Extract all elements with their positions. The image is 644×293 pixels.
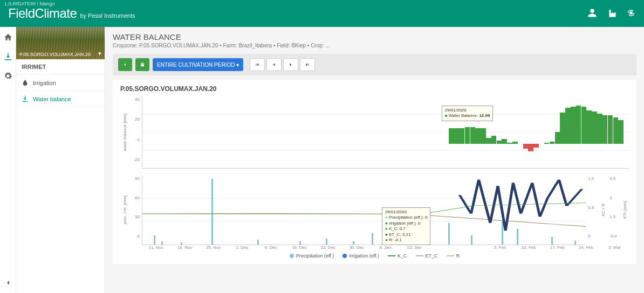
- y-top-label: water balance [mm]: [122, 114, 127, 151]
- gear-icon[interactable]: [2, 70, 14, 82]
- y-top-axis: 40200-20: [129, 96, 142, 169]
- broadcast-icon[interactable]: [626, 8, 636, 19]
- precip-etc-chart[interactable]: 29/01/2020 ● Precipitation (eff.): 0 ● I…: [142, 175, 586, 245]
- tooltip-water-balance: 29/01/2020 ■ Water Balance: 12.99: [442, 106, 494, 121]
- version-text: 1.0.##DATE## / Mango: [4, 1, 54, 6]
- chart-title: P.05.SORGO.VOLUMAX.JAN.20: [120, 85, 629, 93]
- sidebar-item-label: Irrigation: [33, 80, 56, 86]
- sidebar-section-title: IRRIMET: [16, 59, 105, 75]
- next-button[interactable]: [283, 58, 298, 71]
- chart-legend: Precipitation (eff.) Irrigation (eff.) K…: [120, 253, 629, 259]
- sidebar: P.05.SORGO.VOLUMAX.JAN.20 ▾ IRRIMET Irri…: [16, 27, 105, 293]
- main-content: WATER BALANCE Cropzone: P.05.SORGO.VOLUM…: [105, 27, 644, 293]
- y-bot-label: prec. / irr. [mm]: [122, 196, 127, 224]
- prev-button[interactable]: [266, 58, 282, 71]
- user-icon[interactable]: [587, 8, 597, 19]
- y-right2-label: ETc [mm]: [622, 201, 627, 219]
- home-icon[interactable]: [2, 31, 14, 43]
- factory-icon[interactable]: [607, 8, 616, 19]
- back-button[interactable]: [118, 58, 132, 71]
- cropzone-name: P.05.SORGO.VOLUMAX.JAN.20: [19, 52, 91, 57]
- brand-sub: by Pessl Instruments: [80, 12, 135, 19]
- breadcrumb: Cropzone: P.05.SORGO.VOLUMAX.JAN.20 • Fa…: [113, 43, 636, 48]
- first-button[interactable]: [250, 58, 265, 71]
- chevron-down-icon: ▾: [98, 50, 101, 57]
- calendar-button[interactable]: [135, 58, 149, 71]
- sidebar-item-label: Water balance: [33, 96, 71, 102]
- water-balance-chart[interactable]: 29/01/2020 ■ Water Balance: 12.99: [142, 96, 629, 169]
- irrigation-icon[interactable]: [2, 51, 14, 62]
- sidebar-item-water-balance[interactable]: Water balance: [16, 91, 105, 107]
- droplet-icon: [22, 79, 29, 86]
- period-label: ENTIRE CULTIVATION PERIOD: [157, 62, 235, 68]
- y-right1-axis: 1.60.80: [586, 175, 599, 245]
- topbar: 1.0.##DATE## / Mango FieldClimate by Pes…: [0, 0, 644, 27]
- collapse-icon[interactable]: [2, 277, 14, 289]
- brand-logo: FieldClimate by Pessl Instruments: [8, 6, 135, 21]
- y-right1-label: KC / R: [601, 204, 606, 217]
- cropzone-selector[interactable]: P.05.SORGO.VOLUMAX.JAN.20 ▾: [16, 27, 105, 59]
- y-bot-axis: 9060300: [129, 175, 142, 245]
- balance-icon: [22, 95, 29, 102]
- last-button[interactable]: [300, 58, 315, 71]
- toolbar: ENTIRE CULTIVATION PERIOD ▾: [113, 54, 636, 75]
- nav-rail: [0, 27, 16, 293]
- brand-main: FieldClimate: [8, 6, 77, 21]
- period-dropdown[interactable]: ENTIRE CULTIVATION PERIOD ▾: [153, 58, 243, 71]
- y-right2-axis: 4.531.5-0.0: [607, 175, 620, 245]
- sidebar-item-irrigation[interactable]: Irrigation: [16, 75, 105, 91]
- chart-card: P.05.SORGO.VOLUMAX.JAN.20 water balance …: [113, 80, 636, 264]
- tooltip-precip: 29/01/2020 ● Precipitation (eff.): 0 ● I…: [382, 207, 431, 245]
- x-axis: 11. Nov18. Nov25. Nov2. Dec9. Dec16. Dec…: [120, 245, 629, 250]
- page-title: WATER BALANCE: [113, 32, 636, 41]
